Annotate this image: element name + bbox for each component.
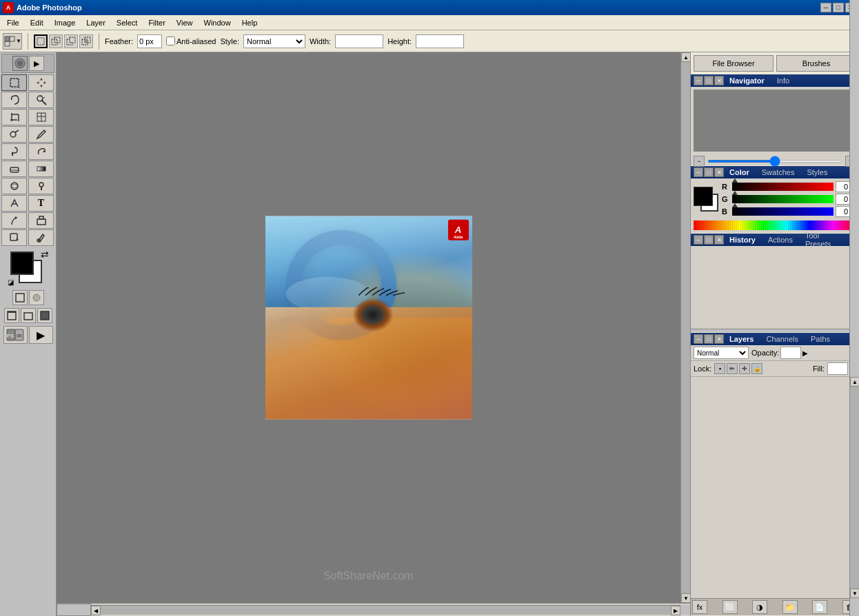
scroll-track-v[interactable] bbox=[681, 62, 690, 593]
scroll-right-button[interactable]: ▶ bbox=[671, 606, 680, 615]
blur-tool-button[interactable] bbox=[1, 178, 27, 194]
type-tool-button[interactable]: T bbox=[28, 195, 54, 212]
history-body[interactable] bbox=[691, 246, 859, 329]
color-panel-minimize[interactable]: ─ bbox=[694, 167, 703, 177]
standard-mode-icon[interactable] bbox=[12, 290, 28, 305]
lock-position-icon[interactable]: ✛ bbox=[739, 363, 750, 374]
menu-help[interactable]: Help bbox=[236, 17, 263, 28]
layer-group-btn[interactable]: 📁 bbox=[782, 600, 798, 614]
layers-panel-controls[interactable]: ─ □ ✕ bbox=[694, 334, 724, 344]
color-panel-maximize[interactable]: □ bbox=[704, 167, 714, 177]
move-tool-button[interactable] bbox=[28, 74, 54, 91]
fg-swatch[interactable] bbox=[694, 187, 713, 206]
height-input[interactable] bbox=[416, 34, 464, 48]
history-tab[interactable]: History bbox=[724, 235, 761, 245]
pencil-tool-button[interactable] bbox=[28, 126, 54, 143]
layer-adjustment-btn[interactable]: ◑ bbox=[752, 600, 767, 614]
color-tab[interactable]: Color bbox=[724, 167, 755, 177]
default-colors-icon[interactable]: ◪ bbox=[8, 278, 14, 286]
menu-edit[interactable]: Edit bbox=[25, 17, 49, 28]
green-slider[interactable] bbox=[732, 195, 833, 203]
swatches-tab[interactable]: Swatches bbox=[756, 167, 800, 177]
notes-tool-button[interactable] bbox=[1, 229, 27, 246]
layers-scroll-down[interactable]: ▼ bbox=[850, 588, 859, 598]
layers-tab[interactable]: Layers bbox=[724, 334, 759, 344]
canvas-scrollbar-horizontal[interactable]: ◀ ▶ bbox=[91, 605, 680, 615]
panel-minimize-btn[interactable]: ─ bbox=[694, 76, 703, 85]
menu-window[interactable]: Window bbox=[199, 17, 236, 28]
maximize-button[interactable]: □ bbox=[833, 3, 844, 12]
layer-style-btn[interactable]: fx bbox=[692, 600, 707, 614]
menu-file[interactable]: File bbox=[1, 17, 25, 28]
file-browser-button[interactable]: File Browser bbox=[694, 55, 774, 72]
scroll-down-button[interactable]: ▼ bbox=[681, 593, 691, 603]
blue-slider[interactable] bbox=[732, 207, 833, 216]
path-selection-button[interactable] bbox=[1, 195, 27, 212]
scroll-left-button[interactable]: ◀ bbox=[91, 606, 101, 615]
dodge-tool-button[interactable] bbox=[28, 178, 54, 194]
pen-tool-button[interactable] bbox=[1, 212, 27, 229]
menu-view[interactable]: View bbox=[171, 17, 199, 28]
healing-brush-button[interactable] bbox=[1, 126, 27, 143]
color-panel-controls[interactable]: ─ □ ✕ bbox=[694, 167, 724, 177]
width-input[interactable] bbox=[335, 34, 383, 48]
red-slider[interactable] bbox=[732, 183, 833, 191]
standard-screen-icon[interactable] bbox=[4, 308, 19, 323]
layers-maximize[interactable]: □ bbox=[704, 334, 714, 344]
panel-close-btn[interactable]: ✕ bbox=[714, 76, 724, 85]
canvas-area[interactable]: A Adobe Adobe Photoshop 7.0 SoftShare bbox=[57, 52, 680, 603]
layers-close[interactable]: ✕ bbox=[714, 334, 724, 344]
lock-transparent-icon[interactable]: ▪ bbox=[714, 363, 725, 374]
quick-mask-icon[interactable] bbox=[29, 290, 44, 305]
history-brush-button[interactable] bbox=[28, 143, 54, 160]
toolbar-arrow-btn[interactable]: ▶ bbox=[29, 56, 44, 71]
info-tab[interactable]: Info bbox=[771, 76, 795, 85]
history-maximize[interactable]: □ bbox=[704, 235, 714, 245]
color-spectrum[interactable] bbox=[694, 220, 856, 230]
lasso-tool-button[interactable] bbox=[1, 92, 27, 108]
opacity-arrow[interactable]: ▶ bbox=[802, 349, 808, 357]
gradient-tool-button[interactable] bbox=[28, 161, 54, 177]
menu-layer[interactable]: Layer bbox=[81, 17, 111, 28]
jump-to-icon[interactable]: ▶ bbox=[29, 326, 53, 344]
canvas-scrollbar-vertical[interactable]: ▲ ▼ bbox=[680, 52, 690, 603]
jump-to-imageready-icon[interactable]: PS IR bbox=[3, 326, 28, 344]
layers-body[interactable]: ▲ ▼ bbox=[691, 377, 859, 598]
channels-tab[interactable]: Channels bbox=[760, 334, 803, 344]
status-info-button[interactable] bbox=[57, 604, 91, 616]
navigator-tab[interactable]: Navigator bbox=[724, 76, 770, 85]
history-close[interactable]: ✕ bbox=[714, 235, 724, 245]
style-dropdown[interactable]: Normal Fixed Aspect Fixed Size bbox=[243, 34, 305, 48]
full-screen-menu-icon[interactable] bbox=[21, 308, 36, 323]
slice-tool-button[interactable] bbox=[28, 109, 54, 125]
color-picker-area[interactable]: ⇄ ◪ bbox=[8, 249, 49, 286]
subtract-selection-icon[interactable] bbox=[64, 34, 78, 48]
layers-scrollbar[interactable]: ▲ ▼ bbox=[849, 377, 859, 598]
actions-tab[interactable]: Actions bbox=[762, 235, 798, 245]
color-swatches-area[interactable] bbox=[694, 187, 720, 213]
full-screen-icon[interactable] bbox=[37, 308, 52, 323]
menu-filter[interactable]: Filter bbox=[143, 17, 170, 28]
swap-colors-icon[interactable]: ⇄ bbox=[41, 249, 49, 260]
zoom-out-btn[interactable]: − bbox=[694, 156, 705, 167]
magic-wand-button[interactable] bbox=[28, 92, 54, 108]
scroll-track-h[interactable] bbox=[101, 606, 671, 615]
history-panel-controls[interactable]: ─ □ ✕ bbox=[694, 235, 724, 245]
marquee-tool-button[interactable] bbox=[1, 74, 27, 91]
layers-track[interactable] bbox=[850, 387, 859, 588]
brushes-button[interactable]: Brushes bbox=[776, 55, 856, 72]
new-layer-btn[interactable]: 📄 bbox=[812, 600, 827, 614]
scroll-up-button[interactable]: ▲ bbox=[681, 52, 691, 62]
opacity-input[interactable] bbox=[780, 347, 801, 359]
lock-pixels-icon[interactable]: ✏ bbox=[727, 363, 738, 374]
shape-tool-button[interactable] bbox=[28, 212, 54, 229]
eyedropper-button[interactable] bbox=[28, 229, 54, 246]
intersect-selection-icon[interactable] bbox=[79, 34, 93, 48]
paths-tab[interactable]: Paths bbox=[805, 334, 836, 344]
menu-select[interactable]: Select bbox=[111, 17, 143, 28]
layers-scroll-up[interactable]: ▲ bbox=[850, 377, 859, 387]
new-selection-icon[interactable] bbox=[34, 34, 48, 48]
history-minimize[interactable]: ─ bbox=[694, 235, 703, 245]
eraser-tool-button[interactable] bbox=[1, 161, 27, 177]
layer-mask-btn[interactable]: ⬜ bbox=[722, 600, 738, 614]
